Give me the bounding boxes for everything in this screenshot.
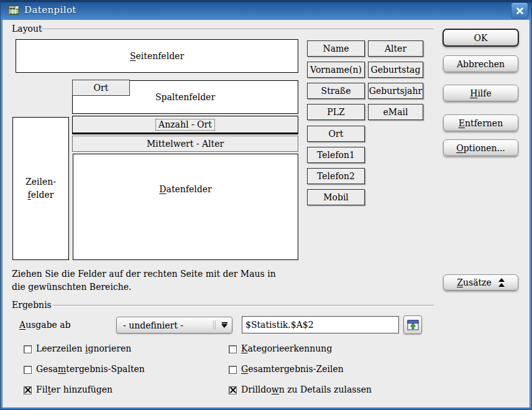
- checkbox-label-identify-categories[interactable]: Kategorieerkennung: [241, 343, 332, 353]
- checkbox-ignore-empty-rows[interactable]: [24, 345, 32, 353]
- more-button[interactable]: Zusätze: [443, 274, 518, 291]
- field-button-telefon1[interactable]: Telefon1: [307, 147, 365, 163]
- placed-field-ort[interactable]: Ort: [72, 80, 130, 96]
- output-from-label: Ausgabe ab: [19, 320, 71, 330]
- window-title: Datenpilot: [24, 4, 76, 16]
- destination-dropdown-value: - undefiniert -: [117, 320, 213, 330]
- checkbox-enable-drilldown[interactable]: [229, 386, 237, 394]
- layout-group-label: Layout: [12, 24, 42, 34]
- close-icon[interactable]: [511, 2, 528, 19]
- column-fields-label: Spaltenfelder: [155, 92, 215, 102]
- checkbox-identify-categories[interactable]: [229, 345, 237, 353]
- data-fields-area[interactable]: Datenfelder: [73, 154, 298, 260]
- spreadsheet-pilot-icon: [8, 5, 20, 16]
- layout-group-line: [42, 29, 434, 30]
- checkbox-label-ignore-empty-rows[interactable]: Leerzeilen ignorieren: [36, 343, 131, 353]
- placed-data-field-mittelwert-alter[interactable]: Mittelwert - Alter: [72, 136, 298, 152]
- row-fields-label-line1: Zeilen-: [25, 175, 56, 189]
- checkbox-label-enable-drilldown[interactable]: Drilldown zu Details zulassen: [241, 384, 372, 394]
- field-button-plz[interactable]: PLZ: [307, 104, 365, 120]
- checkbox-label-total-rows[interactable]: Gesamtergebnis-Zeilen: [241, 364, 344, 374]
- field-button-geburtsjahr[interactable]: Geburtsjahr: [368, 83, 423, 99]
- datapilot-dialog: Datenpilot Layout Seitenfelder Spaltenfe…: [0, 0, 532, 410]
- data-fields-label: Datenfelder: [159, 184, 211, 194]
- field-button-email[interactable]: eMail: [368, 104, 423, 120]
- field-button-alter[interactable]: Alter: [368, 40, 423, 57]
- checkbox-total-columns[interactable]: [24, 366, 32, 374]
- field-button-strasse[interactable]: Straße: [307, 83, 365, 99]
- field-button-name[interactable]: Name: [307, 40, 365, 57]
- options-button[interactable]: Optionen...: [443, 139, 518, 156]
- field-button-telefon2[interactable]: Telefon2: [307, 168, 365, 184]
- reference-input[interactable]: [242, 316, 399, 333]
- field-button-ort[interactable]: Ort: [307, 126, 365, 142]
- field-button-geburtstag[interactable]: Geburtstag: [368, 62, 423, 78]
- window-frame-bottom: [1, 408, 531, 409]
- double-up-arrow-icon: [498, 277, 505, 287]
- row-fields-label-line2: felder: [28, 189, 54, 202]
- page-fields-area[interactable]: Seitenfelder: [16, 39, 298, 73]
- page-fields-label: Seitenfelder: [130, 51, 184, 61]
- placed-data-field-anzahl-ort[interactable]: Anzahl - Ort: [72, 116, 298, 134]
- ok-button[interactable]: OK: [443, 29, 519, 47]
- shrink-reference-window-icon: [407, 320, 419, 330]
- help-button[interactable]: Hilfe: [443, 85, 518, 101]
- cancel-button[interactable]: Abbrechen: [443, 55, 518, 72]
- result-group-line: [53, 305, 434, 306]
- focus-ring: Anzahl - Ort: [155, 119, 215, 131]
- checkbox-total-rows[interactable]: [229, 366, 237, 374]
- row-fields-area[interactable]: Zeilen- felder: [12, 117, 69, 260]
- shrink-reference-button[interactable]: [403, 315, 422, 334]
- field-button-mobil[interactable]: Mobil: [307, 189, 365, 205]
- checkbox-label-add-filter[interactable]: Filter hinzufügen: [36, 384, 112, 394]
- window-frame-left: [1, 20, 2, 409]
- field-button-vorname[interactable]: Vorname(n): [307, 62, 365, 78]
- down-arrow-with-bar-icon[interactable]: [217, 322, 232, 328]
- destination-dropdown[interactable]: - undefiniert -: [116, 317, 232, 333]
- checkbox-label-total-columns[interactable]: Gesamtergebnis-Spalten: [36, 364, 145, 374]
- remove-button[interactable]: Entfernen: [443, 114, 518, 131]
- checkbox-add-filter[interactable]: [24, 386, 32, 394]
- window-frame-right: [530, 20, 531, 409]
- result-group-label: Ergebnis: [12, 300, 52, 310]
- title-bar[interactable]: Datenpilot: [1, 1, 531, 20]
- instruction-text: Ziehen Sie die Felder auf der rechten Se…: [12, 268, 323, 294]
